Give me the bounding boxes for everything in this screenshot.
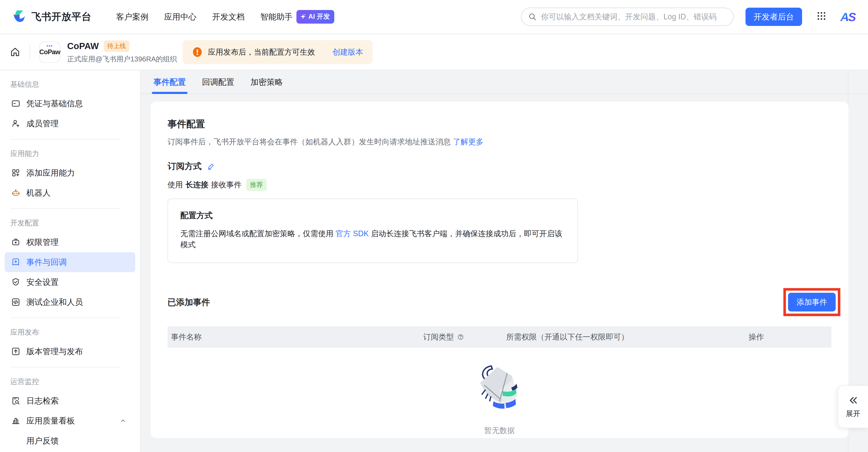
recommended-badge: 推荐: [246, 179, 267, 191]
main-menu: 客户案例 应用中心 开发文档 智能助手 AI 开发: [116, 10, 334, 24]
create-version-link[interactable]: 创建版本: [333, 47, 363, 57]
app-meta: CoPAW 待上线 正式应用@飞书用户1396RA的组织: [67, 40, 177, 64]
app-name: CoPAW: [67, 41, 99, 51]
add-event-button[interactable]: 添加事件: [788, 293, 836, 312]
search-box[interactable]: [521, 8, 734, 26]
sidebar-item-label: 用户反馈: [26, 435, 59, 446]
sidebar-item-label: 事件与回调: [26, 257, 67, 268]
sidebar-item-label: 日志检索: [26, 395, 59, 406]
doc-search-icon: [11, 396, 21, 406]
shield-check-icon: [11, 278, 21, 287]
sidebar-item-bot[interactable]: 机器人: [5, 183, 135, 203]
sidebar-item-quality-dashboard[interactable]: 应用质量看板: [5, 411, 135, 431]
tab-encryption-policy[interactable]: 加密策略: [250, 71, 283, 94]
sidebar-section-dev-config: 开发配置: [0, 214, 140, 232]
sidebar-item-security[interactable]: 安全设置: [5, 272, 135, 292]
question-circle-icon[interactable]: [457, 333, 464, 341]
sidebar-item-add-capability[interactable]: 添加应用能力: [5, 163, 135, 183]
page-title: 事件配置: [167, 118, 831, 130]
robot-icon: [11, 188, 21, 197]
expand-panel-button[interactable]: 展开: [838, 385, 868, 428]
sidebar-item-label: 机器人: [26, 188, 51, 198]
config-method-text: 无需注册公网域名或配置加密策略，仅需使用 官方 SDK 启动长连接飞书客户端，并…: [180, 228, 565, 250]
brand[interactable]: 飞书开放平台: [12, 9, 91, 25]
page: 飞书开放平台 客户案例 应用中心 开发文档 智能助手 AI 开发: [0, 0, 868, 452]
sidebar-item-user-feedback[interactable]: 用户反馈: [5, 431, 135, 451]
app-header-bar: CoPaw CoPAW 待上线 正式应用@飞书用户1396RA的组织 应用发布后…: [0, 34, 868, 70]
top-nav: 飞书开放平台 客户案例 应用中心 开发文档 智能助手 AI 开发: [0, 0, 868, 34]
empty-state: 暂无数据: [167, 360, 831, 436]
sidebar-item-test-org[interactable]: 测试企业和人员: [5, 292, 135, 312]
id-card-icon: [11, 99, 21, 108]
config-text-before: 无需注册公网域名或配置加密策略，仅需使用: [180, 229, 334, 238]
sidebar-item-label: 应用质量看板: [26, 415, 75, 426]
empty-box-illustration: [469, 360, 530, 418]
empty-state-text: 暂无数据: [484, 425, 515, 436]
edit-pencil-icon[interactable]: [207, 162, 215, 170]
nav-right: 开发者后台 AS: [521, 8, 856, 26]
sidebar-item-label: 权限管理: [26, 237, 59, 248]
chevron-up-icon[interactable]: [119, 417, 127, 425]
sidebar-divider: [10, 367, 120, 367]
page-description: 订阅事件后，飞书开放平台将会在事件（如机器人入群）发生时向请求地址推送消息 了解…: [167, 137, 831, 147]
sidebar-item-credentials[interactable]: 凭证与基础信息: [5, 94, 135, 114]
column-subscription-type: 订阅类型: [420, 332, 503, 342]
sidebar-item-events-callbacks[interactable]: 事件与回调: [5, 252, 135, 272]
sidebar-item-label: 测试企业和人员: [26, 297, 83, 308]
tab-event-config[interactable]: 事件配置: [154, 71, 186, 94]
feishu-logo-icon: [12, 9, 27, 25]
alert-text: 应用发布后，当前配置方可生效: [208, 47, 315, 57]
nav-item-ai-assistant[interactable]: 智能助手: [260, 11, 292, 22]
apps-grid-icon[interactable]: [815, 10, 828, 24]
sidebar-divider: [10, 208, 120, 209]
added-events-head: 已添加事件 添加事件: [167, 288, 831, 316]
bar-chart-icon: [11, 416, 21, 425]
mode-prefix: 使用: [167, 180, 183, 190]
official-sdk-link[interactable]: 官方 SDK: [336, 229, 369, 238]
column-event-name: 事件名称: [167, 332, 420, 342]
main-content: 事件配置 回调配置 加密策略 事件配置 订阅事件后，飞书开放平台将会在事件（如机…: [141, 71, 868, 452]
added-events-heading: 已添加事件: [167, 296, 210, 308]
subscription-section-head: 订阅方式: [167, 160, 831, 172]
app-logo-text: CoPaw: [39, 48, 60, 56]
status-badge: 待上线: [104, 40, 129, 52]
sidebar-item-log-search[interactable]: 日志检索: [5, 391, 135, 411]
sidebar-item-label: 添加应用能力: [26, 167, 75, 179]
learn-more-link[interactable]: 了解更多: [453, 137, 484, 146]
sidebar-item-label: 凭证与基础信息: [26, 98, 83, 109]
sidebar-item-version-release[interactable]: 版本管理与发布: [5, 342, 135, 361]
code-square-icon: [11, 297, 21, 307]
nav-item-app-center[interactable]: 应用中心: [164, 11, 196, 22]
nav-item-customer-cases[interactable]: 客户案例: [116, 11, 148, 22]
mode-suffix: 接收事件: [211, 180, 242, 190]
developer-console-button[interactable]: 开发者后台: [746, 8, 802, 26]
sidebar-section-capabilities: 应用能力: [0, 145, 140, 163]
double-chevron-left-icon: [847, 395, 859, 406]
briefcase-lock-icon: [11, 237, 21, 247]
upload-square-icon: [11, 347, 21, 356]
app-logo: CoPaw: [39, 41, 60, 63]
sidebar-section-basic-info: 基础信息: [0, 76, 140, 94]
person-add-icon: [11, 119, 21, 128]
sidebar-item-permissions[interactable]: 权限管理: [5, 232, 135, 252]
sidebar-section-release: 应用发布: [0, 324, 140, 342]
column-required-permissions: 所需权限（开通以下任一权限即可）: [503, 332, 745, 342]
sidebar-item-label: 安全设置: [26, 277, 59, 288]
sidebar-item-label: 成员管理: [26, 118, 59, 129]
expand-label: 展开: [846, 409, 860, 419]
sidebar-section-monitoring: 运营监控: [0, 373, 140, 391]
sidebar-item-members[interactable]: 成员管理: [5, 114, 135, 133]
home-icon[interactable]: [9, 46, 21, 58]
tab-callback-config[interactable]: 回调配置: [202, 71, 234, 94]
event-config-card: 事件配置 订阅事件后，飞书开放平台将会在事件（如机器人入群）发生时向请求地址推送…: [151, 102, 848, 438]
user-avatar[interactable]: AS: [839, 9, 856, 24]
column-subscription-type-label: 订阅类型: [423, 332, 454, 342]
nav-item-dev-docs[interactable]: 开发文档: [212, 11, 245, 22]
config-method-box: 配置方式 无需注册公网域名或配置加密策略，仅需使用 官方 SDK 启动长连接飞书…: [167, 199, 578, 263]
warning-icon: [192, 46, 203, 58]
bookmark-plus-icon: [11, 257, 21, 267]
sidebar-divider: [10, 139, 120, 139]
search-input[interactable]: [541, 12, 727, 21]
ai-dev-badge[interactable]: AI 开发: [297, 10, 334, 24]
subscription-mode-line: 使用 长连接 接收事件 推荐: [167, 179, 831, 191]
